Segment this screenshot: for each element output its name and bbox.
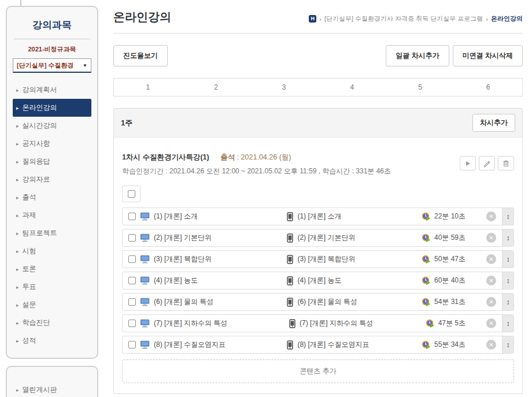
- remove-content-button[interactable]: ✕: [486, 276, 496, 285]
- week-number-link[interactable]: 4: [318, 79, 386, 96]
- sidebar-menu-item[interactable]: ▸ 팀프로젝트: [13, 224, 91, 242]
- pc-content-cell: (1) [개론] 소개: [128, 212, 287, 221]
- remove-content-button[interactable]: ✕: [486, 233, 496, 243]
- sidebar-menu-item[interactable]: ▸ 강의계획서: [13, 81, 91, 99]
- mobile-content-title[interactable]: (2) [개론] 기본단위: [297, 233, 355, 243]
- bullet-icon: ▸: [16, 123, 19, 129]
- sidebar-menu-item[interactable]: ▸ 토론: [13, 260, 91, 278]
- decor-line: [20, 0, 21, 7]
- play-icon: [464, 159, 472, 168]
- desktop-icon: [140, 276, 150, 285]
- sidebar-menu-item[interactable]: ▸ 공지사항: [13, 135, 91, 153]
- breadcrumb-separator: ›: [319, 16, 322, 23]
- delete-lesson-button[interactable]: [498, 156, 514, 170]
- drag-handle[interactable]: ↕: [502, 208, 513, 225]
- week-number-link[interactable]: 5: [386, 79, 455, 96]
- mobile-content-title[interactable]: (1) [개론] 소개: [297, 212, 341, 221]
- content-row-main: (8) [개론] 수질오염지표 (8) [개론] 수질오염지표: [123, 336, 502, 353]
- toolbar: 진도율보기 일괄 차시추가 미연결 차시삭제: [113, 45, 523, 66]
- edit-lesson-button[interactable]: [479, 156, 495, 170]
- remove-content-button[interactable]: ✕: [486, 254, 496, 264]
- week-number-link[interactable]: 3: [250, 79, 318, 96]
- content-row: (1) [개론] 소개 (1) [개론] 소개: [122, 207, 514, 225]
- remove-content-button[interactable]: ✕: [486, 340, 496, 350]
- remove-content-button[interactable]: ✕: [486, 212, 496, 221]
- lesson-header: 1차시 수질환경기사특강(1) 출석 : 2021.04.26 (월) 학습인정…: [122, 153, 514, 176]
- play-lesson-button[interactable]: [460, 156, 476, 170]
- clock-icon: [422, 340, 431, 350]
- clock-icon: [422, 233, 431, 243]
- sidebar-menu-item[interactable]: ▸ 투표: [13, 278, 91, 296]
- week-number-link[interactable]: 1: [114, 79, 182, 96]
- row-checkbox[interactable]: [128, 255, 136, 263]
- add-content-button[interactable]: 콘텐츠 추가: [122, 359, 514, 383]
- sidebar-menu-item[interactable]: ▸ 열린게시판: [13, 381, 91, 397]
- duration-cell: 50분 47초: [422, 254, 466, 264]
- mobile-content-cell: (1) [개론] 소개: [287, 212, 422, 221]
- remove-content-button[interactable]: ✕: [486, 297, 496, 307]
- delete-unlinked-session-button[interactable]: 미연결 차시삭제: [453, 45, 523, 66]
- bullet-icon: ▸: [16, 105, 19, 111]
- mobile-content-title[interactable]: (4) [개론] 농도: [297, 276, 341, 285]
- pc-content-title[interactable]: (2) [개론] 기본단위: [154, 233, 212, 243]
- sidebar-menu-item[interactable]: ▸ 출석: [13, 188, 91, 206]
- row-checkbox[interactable]: [128, 341, 136, 348]
- drag-handle[interactable]: ↕: [502, 336, 513, 353]
- mobile-content-title[interactable]: (6) [개론] 물의 특성: [297, 297, 357, 307]
- clock-icon: [422, 276, 431, 285]
- breadcrumb-course-link[interactable]: [단기실무] 수질환경기사 자격증 취득 단기실무 프로그램: [324, 14, 483, 23]
- row-checkbox[interactable]: [128, 213, 136, 220]
- duration-text: 22분 10초: [434, 212, 466, 221]
- sidebar-menu-item[interactable]: ▸ 학습진단: [13, 314, 91, 332]
- row-checkbox[interactable]: [128, 277, 136, 284]
- drag-handle[interactable]: ↕: [502, 315, 513, 332]
- sidebar-menu-item[interactable]: ▸ 설문: [13, 296, 91, 314]
- pc-content-title[interactable]: (3) [개론] 복합단위: [154, 254, 212, 264]
- pc-content-title[interactable]: (7) [개론] 지하수의 특성: [154, 318, 227, 328]
- add-session-button[interactable]: 차시추가: [472, 114, 515, 132]
- sidebar-item-label: 투표: [23, 282, 36, 292]
- home-icon[interactable]: H: [309, 15, 316, 23]
- mobile-content-title[interactable]: (8) [개론] 수질오염지표: [297, 340, 369, 350]
- mobile-content-cell: (8) [개론] 수질오염지표: [287, 340, 422, 350]
- mobile-content-title[interactable]: (3) [개론] 복합단위: [297, 254, 355, 264]
- row-checkbox[interactable]: [128, 234, 136, 242]
- pc-content-title[interactable]: (8) [개론] 수질오염지표: [154, 340, 226, 350]
- course-select[interactable]: [단기실무] 수질환경 ▼: [13, 58, 91, 73]
- duration-cell: 40분 59초: [422, 233, 466, 243]
- drag-handle[interactable]: ↕: [502, 229, 513, 246]
- breadcrumb: H › [단기실무] 수질환경기사 자격증 취득 단기실무 프로그램 › 온라인…: [309, 14, 523, 25]
- lesson-actions: [460, 156, 514, 170]
- clock-icon: [426, 319, 435, 328]
- sidebar-menu-item[interactable]: ▸ 시험: [13, 242, 91, 260]
- sidebar-menu-item[interactable]: ▸ 실시간강의: [13, 117, 91, 135]
- drag-handle[interactable]: ↕: [502, 294, 513, 310]
- mobile-content-title[interactable]: (7) [개론] 지하수의 특성: [300, 318, 373, 328]
- pc-content-title[interactable]: (6) [개론] 물의 특성: [154, 297, 213, 307]
- bulk-add-session-button[interactable]: 일괄 차시추가: [386, 45, 449, 66]
- sidebar-menu-item[interactable]: ▸ 강의자료: [13, 170, 91, 188]
- week-number-link[interactable]: 6: [454, 79, 522, 96]
- remove-content-button[interactable]: ✕: [486, 318, 496, 328]
- content-row: (8) [개론] 수질오염지표 (8) [개론] 수질오염지표: [122, 336, 514, 354]
- sidebar-menu-item[interactable]: ▸ 과제: [13, 206, 91, 224]
- lesson-title-line: 1차시 수질환경기사특강(1) 출석 : 2021.04.26 (월): [122, 153, 450, 162]
- row-checkbox[interactable]: [128, 320, 136, 327]
- pc-content-title[interactable]: (4) [개론] 농도: [154, 276, 198, 285]
- progress-view-button[interactable]: 진도율보기: [113, 45, 168, 66]
- sidebar-menu-item[interactable]: ▸ 온라인강의: [13, 99, 91, 117]
- bullet-icon: ▸: [16, 284, 19, 290]
- desktop-icon: [140, 212, 150, 221]
- mobile-icon: [287, 340, 293, 350]
- sidebar-item-label: 토론: [23, 264, 36, 274]
- duration-cell: 47분 5초: [426, 318, 466, 328]
- sidebar-item-label: 공지사항: [23, 139, 50, 149]
- sidebar-menu-item[interactable]: ▸ 성적: [13, 332, 91, 350]
- select-all-checkbox[interactable]: [128, 190, 135, 198]
- pc-content-title[interactable]: (1) [개론] 소개: [154, 212, 198, 221]
- row-checkbox[interactable]: [128, 298, 136, 306]
- week-number-link[interactable]: 2: [182, 79, 250, 96]
- drag-handle[interactable]: ↕: [502, 251, 513, 268]
- sidebar-menu-item[interactable]: ▸ 질의응답: [13, 153, 91, 170]
- drag-handle[interactable]: ↕: [502, 272, 513, 289]
